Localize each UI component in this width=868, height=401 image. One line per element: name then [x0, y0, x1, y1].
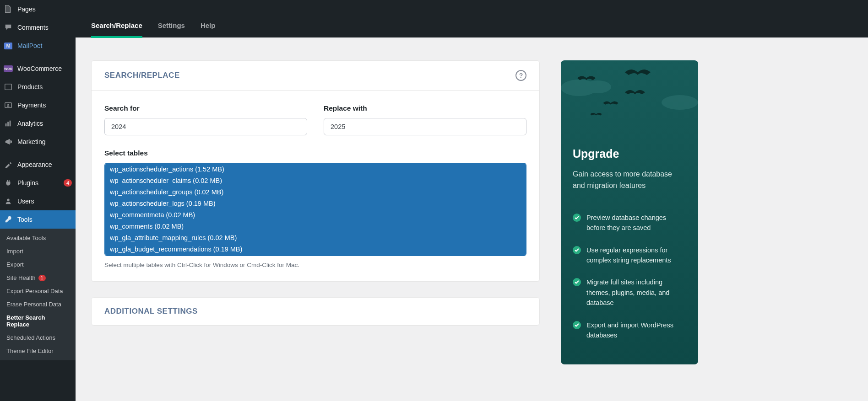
sidebar-item-label: Analytics — [17, 120, 72, 127]
sidebar-item-label: WooCommerce — [17, 65, 72, 72]
replace-with-label: Replace with — [324, 104, 526, 112]
table-option[interactable]: wp_gla_merchant_issues (0.02 MB) — [105, 255, 526, 256]
submenu-scheduled-actions[interactable]: Scheduled Actions — [0, 331, 76, 344]
sidebar-item-analytics[interactable]: Analytics — [0, 114, 76, 133]
tables-hint: Select multiple tables with Ctrl-Click f… — [104, 262, 526, 268]
sidebar-item-tools[interactable]: Tools — [0, 210, 76, 229]
tools-submenu: Available Tools Import Export Site Healt… — [0, 229, 76, 360]
upgrade-feature: Export and import WordPress databases — [573, 320, 686, 341]
tools-icon — [4, 215, 13, 224]
pages-icon — [4, 5, 13, 14]
table-option[interactable]: wp_actionscheduler_claims (0.02 MB) — [105, 175, 526, 187]
help-icon[interactable]: ? — [515, 70, 526, 81]
plugins-icon — [4, 178, 13, 187]
sidebar-item-label: Payments — [17, 102, 72, 109]
svg-rect-4 — [7, 122, 9, 126]
tab-help[interactable]: Help — [201, 13, 216, 37]
svg-point-9 — [662, 95, 698, 110]
tabs-bar: Search/Replace Settings Help — [76, 0, 868, 37]
upgrade-subtitle: Gain access to more database and migrati… — [573, 169, 686, 192]
search-for-input[interactable] — [104, 118, 307, 135]
sidebar-item-label: Products — [17, 83, 72, 91]
upgrade-feature: Preview database changes before they are… — [573, 213, 686, 233]
submenu-site-health[interactable]: Site Health1 — [0, 271, 76, 284]
submenu-export[interactable]: Export — [0, 258, 76, 271]
sidebar-item-products[interactable]: Products — [0, 78, 76, 96]
svg-rect-0 — [5, 84, 11, 90]
table-option[interactable]: wp_commentmeta (0.02 MB) — [105, 209, 526, 221]
table-option[interactable]: wp_actionscheduler_actions (1.52 MB) — [105, 164, 526, 175]
svg-rect-3 — [5, 123, 7, 126]
sidebar-item-label: Users — [17, 198, 72, 205]
sidebar-item-payments[interactable]: $ Payments — [0, 96, 76, 114]
marketing-icon — [4, 137, 13, 146]
table-option[interactable]: wp_gla_attribute_mapping_rules (0.02 MB) — [105, 232, 526, 244]
submenu-erase-personal-data[interactable]: Erase Personal Data — [0, 298, 76, 311]
content-area: Search/Replace Settings Help SEARCH/REPL… — [76, 0, 868, 401]
search-for-label: Search for — [104, 104, 307, 112]
submenu-theme-file-editor[interactable]: Theme File Editor — [0, 344, 76, 358]
check-icon — [573, 246, 581, 254]
table-option[interactable]: wp_actionscheduler_groups (0.02 MB) — [105, 187, 526, 198]
check-icon — [573, 214, 581, 222]
table-option[interactable]: wp_gla_budget_recommendations (0.19 MB) — [105, 244, 526, 255]
sidebar-item-mailpoet[interactable]: M MailPoet — [0, 37, 76, 55]
upgrade-illustration — [561, 60, 698, 129]
analytics-icon — [4, 119, 13, 128]
woocommerce-icon: woo — [4, 64, 13, 73]
sidebar-item-label: Marketing — [17, 138, 72, 145]
tables-multiselect[interactable]: wp_actionscheduler_actions (1.52 MB)wp_a… — [104, 163, 526, 256]
tab-search-replace[interactable]: Search/Replace — [91, 13, 142, 37]
check-icon — [573, 278, 581, 286]
sidebar-item-label: MailPoet — [17, 42, 72, 49]
site-health-badge: 1 — [38, 275, 46, 281]
sidebar-item-pages[interactable]: Pages — [0, 0, 76, 18]
check-icon — [573, 321, 581, 329]
submenu-available-tools[interactable]: Available Tools — [0, 231, 76, 245]
payments-icon: $ — [4, 101, 13, 110]
sidebar-item-plugins[interactable]: Plugins 4 — [0, 174, 76, 192]
upgrade-feature: Use regular expressions for complex stri… — [573, 245, 686, 266]
sidebar-item-label: Plugins — [17, 179, 59, 187]
sidebar-item-comments[interactable]: Comments — [0, 18, 76, 37]
table-option[interactable]: wp_comments (0.02 MB) — [105, 221, 526, 232]
sidebar-item-label: Comments — [17, 24, 72, 31]
tab-settings[interactable]: Settings — [158, 13, 185, 37]
svg-text:$: $ — [7, 103, 9, 108]
upgrade-title: Upgrade — [573, 147, 686, 160]
additional-settings-panel: ADDITIONAL SETTINGS — [91, 297, 540, 326]
submenu-better-search-replace[interactable]: Better Search Replace — [0, 311, 76, 331]
users-icon — [4, 197, 13, 206]
sidebar-item-marketing[interactable]: Marketing — [0, 133, 76, 151]
admin-sidebar: Pages Comments M MailPoet woo WooCommerc… — [0, 0, 76, 401]
upgrade-card: Upgrade Gain access to more database and… — [561, 60, 698, 364]
panel-title: ADDITIONAL SETTINGS — [104, 307, 198, 316]
select-tables-label: Select tables — [104, 149, 526, 157]
sidebar-item-appearance[interactable]: Appearance — [0, 155, 76, 174]
sidebar-item-users[interactable]: Users — [0, 192, 76, 210]
sidebar-item-label: Tools — [17, 216, 72, 223]
submenu-export-personal-data[interactable]: Export Personal Data — [0, 284, 76, 298]
products-icon — [4, 82, 13, 91]
upgrade-feature: Migrate full sites including themes, plu… — [573, 277, 686, 308]
submenu-import[interactable]: Import — [0, 245, 76, 258]
replace-with-input[interactable] — [324, 118, 526, 135]
svg-point-6 — [7, 199, 9, 201]
mailpoet-icon: M — [4, 41, 13, 50]
panel-title: SEARCH/REPLACE — [104, 71, 180, 80]
svg-rect-5 — [10, 121, 11, 127]
search-replace-panel: SEARCH/REPLACE ? Search for Replace with — [91, 60, 540, 282]
sidebar-item-label: Pages — [17, 5, 72, 13]
appearance-icon — [4, 160, 13, 169]
comments-icon — [4, 23, 13, 32]
sidebar-item-woocommerce[interactable]: woo WooCommerce — [0, 59, 76, 78]
sidebar-item-label: Appearance — [17, 161, 72, 168]
table-option[interactable]: wp_actionscheduler_logs (0.19 MB) — [105, 198, 526, 209]
update-count-badge: 4 — [64, 179, 72, 187]
